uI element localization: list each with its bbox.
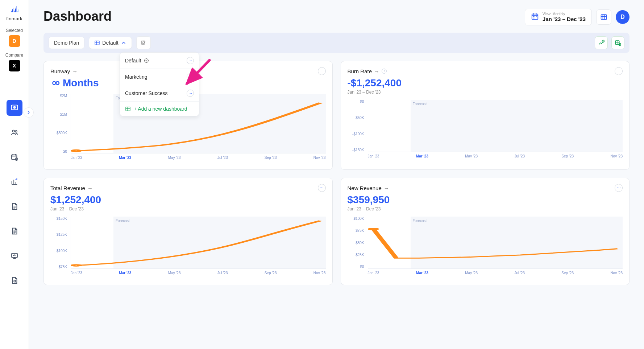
info-icon[interactable]: i xyxy=(382,69,387,74)
card-title[interactable]: Runway→ xyxy=(50,68,78,74)
card-subtitle: Jan '23 – Dec '23 xyxy=(348,90,623,95)
nav-icons xyxy=(7,100,22,288)
dashboard-dropdown: Default ⋯ Marketing ⋯ Customer Success ⋯… xyxy=(120,52,199,116)
compare-label: Compare xyxy=(5,53,23,58)
page-header: Dashboard View: Monthly Jan '23 – Dec '2… xyxy=(43,9,630,25)
page-title: Dashboard xyxy=(43,9,112,24)
svg-point-17 xyxy=(73,150,79,151)
card-new-revenue: New Revenue→ ⋯ $359,950 Jan '23 – Dec '2… xyxy=(341,178,630,285)
card-subtitle: Jan '23 – Dec '23 xyxy=(348,206,623,212)
card-title[interactable]: Burn Rate→i xyxy=(348,68,387,74)
svg-point-18 xyxy=(73,265,79,266)
arrow-right-icon: → xyxy=(72,68,78,74)
svg-rect-10 xyxy=(95,41,99,45)
arrow-right-icon: → xyxy=(384,185,389,191)
dashboard-selector[interactable]: Default xyxy=(89,37,132,49)
brand-name: finmark xyxy=(6,16,22,21)
infinity-icon xyxy=(50,78,60,88)
svg-point-2 xyxy=(12,130,14,132)
item-more-icon[interactable]: ⋯ xyxy=(187,57,194,64)
logo: finmark xyxy=(6,4,22,21)
card-total-revenue: Total Revenue→ ⋯ $1,252,400 Jan '23 – De… xyxy=(43,178,333,285)
sidebar-collapse-button[interactable] xyxy=(24,107,34,118)
date-range-selector[interactable]: View: Monthly Jan '23 – Dec '23 xyxy=(525,9,592,25)
header-controls: View: Monthly Jan '23 – Dec '23 D xyxy=(525,9,630,25)
card-burn-rate: Burn Rate→i ⋯ -$1,252,400 Jan '23 – Dec … xyxy=(341,61,630,170)
dropdown-add-dashboard[interactable]: + Add a new dashboard xyxy=(120,102,199,116)
svg-rect-16 xyxy=(126,107,130,111)
burn-chart: $0-$50K-$100K-$150K Forecast Jan '23Mar … xyxy=(348,100,623,161)
plan-selector[interactable]: Demo Plan xyxy=(49,37,84,49)
nav-trends[interactable] xyxy=(7,174,22,190)
dropdown-item-default[interactable]: Default ⋯ xyxy=(120,53,199,69)
logo-icon xyxy=(10,4,19,15)
add-table-button[interactable] xyxy=(611,36,624,49)
card-title[interactable]: Total Revenue→ xyxy=(50,185,93,191)
card-metric: -$1,252,400 xyxy=(348,77,623,89)
nav-search-doc[interactable] xyxy=(7,272,22,288)
selected-avatar[interactable]: D xyxy=(9,35,20,47)
card-title[interactable]: New Revenue→ xyxy=(348,185,389,191)
nav-document-lines[interactable] xyxy=(7,223,22,239)
nav-dashboard[interactable] xyxy=(7,100,22,116)
svg-point-3 xyxy=(15,131,17,132)
user-avatar[interactable]: D xyxy=(616,10,630,24)
item-more-icon[interactable]: ⋯ xyxy=(187,90,194,97)
dropdown-item-customer-success[interactable]: Customer Success ⋯ xyxy=(120,85,199,102)
dashboard-toolbar: Demo Plan Default Default ⋯ Marketing ⋯ xyxy=(43,33,630,53)
new-revenue-chart: $100K$75K$50K$25K$0 Forecast Jan '23Mar … xyxy=(348,217,623,278)
card-more-button[interactable]: ⋯ xyxy=(615,67,623,75)
dropdown-item-marketing[interactable]: Marketing ⋯ xyxy=(120,69,199,85)
edit-dashboard-button[interactable] xyxy=(136,36,151,49)
sidebar: finmark Selected D Compare X xyxy=(0,0,29,349)
svg-point-15 xyxy=(145,59,149,63)
nav-people[interactable] xyxy=(7,124,22,140)
svg-point-7 xyxy=(14,280,16,282)
view-label: View: Monthly xyxy=(543,12,586,16)
nav-calendar-money[interactable] xyxy=(7,149,22,165)
card-more-button[interactable]: ⋯ xyxy=(615,184,623,192)
total-revenue-chart: $150K$125K$100K$75K Forecast Jan '23Mar … xyxy=(50,217,326,278)
svg-rect-4 xyxy=(11,155,17,160)
calendar-icon xyxy=(531,12,539,22)
svg-point-19 xyxy=(370,228,376,230)
svg-rect-9 xyxy=(601,15,607,19)
card-more-button[interactable]: ⋯ xyxy=(318,184,326,192)
check-icon xyxy=(144,58,149,63)
card-metric: $359,950 xyxy=(348,194,623,206)
card-metric: $1,252,400 xyxy=(50,194,326,206)
add-chart-button[interactable] xyxy=(595,36,608,49)
card-more-button[interactable]: ⋯ xyxy=(318,67,326,75)
selected-label: Selected xyxy=(6,28,23,33)
card-subtitle: Jan '23 – Dec '23 xyxy=(50,206,326,212)
nav-document-list[interactable] xyxy=(7,198,22,214)
arrow-right-icon: → xyxy=(374,68,379,74)
arrow-right-icon: → xyxy=(87,185,93,191)
main-content: Dashboard View: Monthly Jan '23 – Dec '2… xyxy=(29,0,644,349)
nav-desktop[interactable] xyxy=(7,248,22,264)
table-view-button[interactable] xyxy=(596,9,611,25)
date-range-text: Jan '23 – Dec '23 xyxy=(543,16,586,22)
compare-avatar[interactable]: X xyxy=(9,60,20,71)
item-more-icon[interactable]: ⋯ xyxy=(187,73,194,81)
